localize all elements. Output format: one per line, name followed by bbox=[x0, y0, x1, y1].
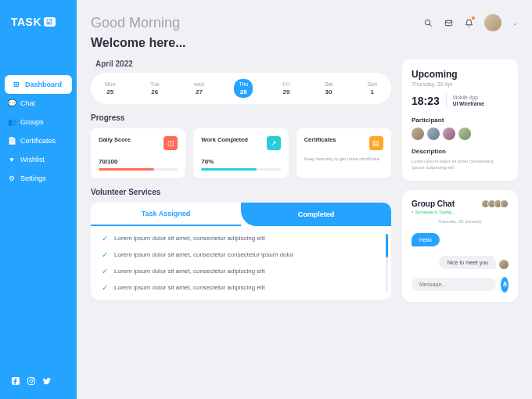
message-sent: Hello bbox=[412, 233, 440, 246]
calendar-day[interactable]: Fri29 bbox=[278, 79, 294, 98]
progress-row: Daily Score◫ 70/100 Work Completed↗ 70% … bbox=[91, 128, 391, 178]
task-text: Lorem ipsum dolor sit amet, consectetur … bbox=[114, 284, 265, 291]
card-title: Work Completed bbox=[201, 136, 247, 143]
facebook-icon[interactable] bbox=[11, 376, 20, 388]
task-row[interactable]: ✓Lorem ipsum dolor sit amet, consectetur… bbox=[102, 234, 380, 243]
description-text: Lorem ipsum dolor sit amet consectetur. … bbox=[412, 158, 509, 171]
message-row: Hello bbox=[412, 228, 509, 246]
certificate-icon: ▤ bbox=[369, 136, 383, 150]
sidebar-item-groups[interactable]: 👥 Groups bbox=[0, 113, 77, 131]
trend-up-icon: ↗ bbox=[267, 136, 281, 150]
description-label: Description bbox=[412, 148, 509, 155]
group-chat-card: Group Chat Someone is Typing... Tuesday,… bbox=[402, 190, 518, 302]
sidebar-item-settings[interactable]: ⚙ Settings bbox=[0, 169, 77, 188]
heart-icon: ♥ bbox=[8, 156, 16, 164]
greeting: Good Morning bbox=[91, 15, 180, 31]
notification-dot bbox=[472, 16, 475, 20]
svg-point-4 bbox=[425, 20, 430, 24]
sidebar-item-label: Dashboard bbox=[25, 81, 62, 88]
check-icon: ✓ bbox=[102, 283, 108, 292]
tab-completed[interactable]: Completed bbox=[241, 203, 391, 226]
calendar-strip: Mon25 Tue26 wed27 Thu28 Fri29 Sat30 Sun1 bbox=[91, 73, 391, 104]
card-title: Daily Score bbox=[99, 136, 131, 143]
task-row[interactable]: ✓Lorem ipsum dolor sit amet, consectetur… bbox=[102, 267, 380, 275]
sidebar-item-chat[interactable]: 💬 Chat bbox=[0, 94, 77, 113]
sidebar-item-label: Wishlist bbox=[20, 156, 45, 164]
typing-indicator: Someone is Typing... bbox=[412, 210, 509, 214]
task-row[interactable]: ✓Lorem ipsum dolor sit amet, consectetur… bbox=[102, 283, 380, 292]
task-text: Lorem ipsum dolor sit amet, consectetur … bbox=[114, 251, 293, 258]
sidebar-item-label: Chat bbox=[20, 99, 35, 107]
scrollbar[interactable] bbox=[386, 234, 388, 292]
dashboard-icon: ⊞ bbox=[13, 81, 20, 88]
progress-title: Progress bbox=[91, 113, 391, 122]
logo-badge-icon: ☑ bbox=[44, 17, 56, 27]
chevron-down-icon[interactable]: ⌄ bbox=[512, 20, 518, 27]
mic-button[interactable] bbox=[501, 277, 509, 293]
logo-text: TASK bbox=[11, 16, 41, 28]
svg-point-2 bbox=[30, 379, 33, 383]
certificates-card[interactable]: Certificates▤ Keep learning to get more … bbox=[297, 128, 391, 178]
sidebar-item-dashboard[interactable]: ⊞ Dashboard bbox=[5, 75, 72, 94]
sidebar: TASK ☑ ⊞ Dashboard 💬 Chat 👥 Groups 📄 Cer… bbox=[0, 0, 77, 399]
avatar[interactable] bbox=[412, 128, 424, 140]
upcoming-card: Upcoming Thursday, 30 Apr 18:23 Mobile A… bbox=[402, 59, 518, 181]
chart-bar-icon: ◫ bbox=[164, 136, 178, 150]
avatar bbox=[500, 200, 509, 208]
chat-icon: 💬 bbox=[8, 99, 16, 107]
topbar-actions: ⌄ bbox=[423, 14, 518, 31]
certificates-icon: 📄 bbox=[8, 137, 16, 145]
avatar[interactable] bbox=[458, 128, 471, 140]
volunteer-title: Volunteer Services bbox=[91, 188, 391, 196]
chat-composer bbox=[412, 277, 509, 293]
progress-bar bbox=[99, 168, 178, 171]
calendar-day[interactable]: Tue26 bbox=[146, 79, 164, 98]
message-received: Nice to meet you bbox=[439, 256, 496, 269]
task-row[interactable]: ✓Lorem ipsum dolor sit amet, consectetur… bbox=[102, 250, 380, 259]
instagram-icon[interactable] bbox=[27, 376, 36, 388]
main: Good Morning ⌄ Welcome here... April 202… bbox=[77, 0, 532, 399]
avatar bbox=[499, 260, 509, 269]
divider bbox=[446, 93, 447, 109]
group-chat-avatars[interactable] bbox=[483, 200, 509, 208]
volunteer-card: Task Assigned Completed ✓Lorem ipsum dol… bbox=[91, 203, 391, 300]
search-icon[interactable] bbox=[423, 18, 433, 27]
chat-date: Tuesday, 26 January bbox=[412, 219, 509, 224]
check-icon: ✓ bbox=[102, 267, 108, 275]
calendar-day[interactable]: Sun1 bbox=[362, 79, 381, 98]
bell-icon[interactable] bbox=[464, 18, 473, 27]
calendar-day[interactable]: Sat30 bbox=[320, 79, 338, 98]
sidebar-item-certificates[interactable]: 📄 Certificates bbox=[0, 131, 77, 150]
task-list: ✓Lorem ipsum dolor sit amet, consectetur… bbox=[91, 226, 391, 300]
upcoming-title: Upcoming bbox=[412, 69, 509, 80]
svg-point-3 bbox=[33, 379, 34, 379]
work-completed-card[interactable]: Work Completed↗ 70% bbox=[193, 128, 288, 178]
social-links bbox=[0, 376, 77, 388]
task-text: Lorem ipsum dolor sit amet, consectetur … bbox=[114, 268, 265, 275]
mail-icon[interactable] bbox=[444, 18, 453, 27]
avatar[interactable] bbox=[443, 128, 455, 140]
group-chat-title: Group Chat bbox=[412, 200, 455, 208]
volunteer-tabs: Task Assigned Completed bbox=[91, 203, 391, 226]
groups-icon: 👥 bbox=[8, 118, 16, 126]
logo: TASK ☑ bbox=[0, 16, 77, 28]
participant-label: Participant bbox=[412, 117, 509, 124]
tab-task-assigned[interactable]: Task Assigned bbox=[91, 203, 241, 226]
calendar-day-active[interactable]: Thu28 bbox=[234, 79, 253, 98]
upcoming-time: 18:23 bbox=[412, 95, 440, 107]
progress-bar bbox=[201, 168, 280, 171]
calendar-day[interactable]: Mon25 bbox=[100, 79, 120, 98]
calendar-day[interactable]: wed27 bbox=[189, 79, 209, 98]
participant-avatars bbox=[412, 128, 509, 140]
user-avatar[interactable] bbox=[484, 14, 501, 31]
daily-score-card[interactable]: Daily Score◫ 70/100 bbox=[91, 128, 185, 178]
sidebar-item-wishlist[interactable]: ♥ Wishlist bbox=[0, 150, 77, 169]
sidebar-item-label: Settings bbox=[20, 174, 46, 182]
avatar[interactable] bbox=[427, 128, 440, 140]
twitter-icon[interactable] bbox=[42, 376, 52, 388]
check-icon: ✓ bbox=[102, 250, 108, 259]
upcoming-date: Thursday, 30 Apr bbox=[412, 81, 509, 87]
message-input[interactable] bbox=[412, 278, 496, 291]
topbar: Good Morning ⌄ bbox=[91, 14, 518, 31]
card-title: Certificates bbox=[304, 136, 336, 143]
